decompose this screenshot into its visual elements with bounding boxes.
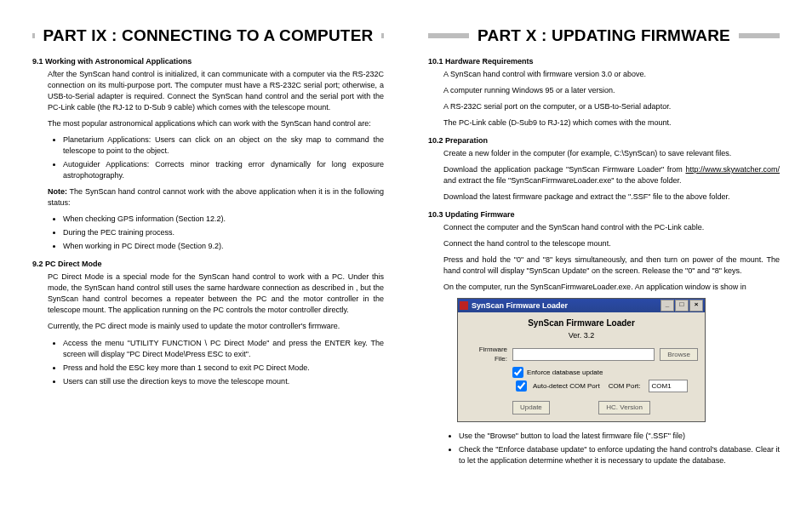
header-bar-right bbox=[739, 33, 780, 38]
note-text: The SynScan hand control cannot work wit… bbox=[48, 187, 384, 207]
s103-l3: Press and hold the "0" and "8" keys simu… bbox=[443, 254, 780, 277]
maximize-button[interactable]: □ bbox=[675, 300, 689, 312]
close-button[interactable]: × bbox=[689, 300, 703, 312]
left-column: PART IX : CONNECTING TO A COMPUTER 9.1 W… bbox=[32, 24, 384, 472]
section-9-2-list: Access the menu "UTILITY FUNCTION \ PC D… bbox=[48, 338, 384, 387]
list-item: Use the "Browse" button to load the late… bbox=[459, 431, 780, 442]
section-10-3-bullets: Use the "Browse" button to load the late… bbox=[443, 431, 780, 466]
s102-l3: Download the latest firmware package and… bbox=[443, 192, 780, 203]
firmware-file-input[interactable] bbox=[512, 348, 655, 361]
autodetect-com-label: Auto-detect COM Port bbox=[533, 381, 600, 392]
list-item: When working in PC Direct mode (Section … bbox=[63, 241, 384, 252]
section-10-3-head: 10.3 Updating Firmware bbox=[428, 209, 780, 220]
s101-l4: The PC-Link cable (D-Sub9 to RJ-12) whic… bbox=[443, 117, 780, 129]
list-item: Press and hold the ESC key more than 1 s… bbox=[63, 363, 384, 374]
firmware-loader-window: SynScan Firmware Loader _ □ × SynScan Fi… bbox=[457, 298, 706, 421]
firmware-file-label: Firmware File: bbox=[465, 345, 507, 364]
autodetect-com-checkbox[interactable] bbox=[516, 380, 527, 392]
header-bar-left bbox=[32, 33, 35, 38]
s102-l1: Create a new folder in the computer (for… bbox=[443, 148, 780, 159]
app-logo-icon bbox=[460, 301, 468, 310]
s101-l2: A computer running Windows 95 or a later… bbox=[443, 85, 780, 96]
enforce-db-label: Enforce database update bbox=[527, 368, 603, 378]
section-10-2-head: 10.2 Preparation bbox=[428, 135, 780, 146]
list-item: Autoguider Applications: Corrects minor … bbox=[63, 159, 384, 181]
right-column: PART X : UPDATING FIRMWARE 10.1 Hardware… bbox=[428, 24, 780, 472]
section-9-2-p1: PC Direct Mode is a special mode for the… bbox=[48, 272, 384, 316]
list-item: During the PEC training process. bbox=[63, 227, 384, 238]
app-title: SynScan Firmware Loader bbox=[465, 317, 698, 330]
s102-l2: Download the application package "SynSca… bbox=[443, 164, 780, 186]
header-bar-left bbox=[428, 33, 469, 38]
list-item: When checking GPS information (Section 1… bbox=[63, 214, 384, 225]
section-9-1-note-list: When checking GPS information (Section 1… bbox=[48, 214, 384, 252]
section-10-1-head: 10.1 Hardware Requirements bbox=[428, 56, 780, 67]
s101-l1: A SynScan hand control with firmware ver… bbox=[443, 69, 780, 80]
app-version: Ver. 3.2 bbox=[465, 330, 698, 341]
section-9-1-p1: After the SynScan hand control is initia… bbox=[48, 69, 384, 113]
s103-l2: Connect the hand control to the telescop… bbox=[443, 238, 780, 249]
part-x-header: PART X : UPDATING FIRMWARE bbox=[428, 24, 780, 48]
section-9-1-p2: The most popular astronomical applicatio… bbox=[48, 118, 384, 129]
section-9-1-note: Note: The SynScan hand control cannot wo… bbox=[48, 186, 384, 209]
header-bar-right bbox=[381, 33, 384, 38]
part-x-title: PART X : UPDATING FIRMWARE bbox=[477, 24, 730, 48]
section-9-2-p2: Currently, the PC direct mode is mainly … bbox=[48, 321, 384, 332]
section-9-2-head: 9.2 PC Direct Mode bbox=[32, 259, 384, 270]
part-ix-header: PART IX : CONNECTING TO A COMPUTER bbox=[32, 24, 384, 48]
update-button[interactable]: Update bbox=[512, 401, 550, 415]
s103-l1: Connect the computer and the SynScan han… bbox=[443, 222, 780, 233]
list-item: Planetarium Applications: Users can clic… bbox=[63, 134, 384, 157]
s101-l3: A RS-232C serial port on the computer, o… bbox=[443, 101, 780, 112]
window-titlebar: SynScan Firmware Loader _ □ × bbox=[458, 299, 705, 312]
list-item: Check the "Enforce database update" to e… bbox=[459, 444, 780, 466]
com-port-input[interactable] bbox=[649, 380, 688, 392]
list-item: Users can still use the direction keys t… bbox=[63, 376, 384, 387]
enforce-db-checkbox[interactable] bbox=[512, 367, 523, 378]
note-label: Note: bbox=[48, 187, 67, 196]
hc-version-button[interactable]: HC. Version bbox=[598, 401, 650, 415]
window-title: SynScan Firmware Loader bbox=[472, 300, 568, 312]
section-9-1-head: 9.1 Working with Astronomical Applicatio… bbox=[32, 56, 384, 67]
browse-button[interactable]: Browse bbox=[660, 348, 698, 362]
com-port-label: COM Port: bbox=[609, 381, 641, 392]
section-9-1-list: Planetarium Applications: Users can clic… bbox=[48, 134, 384, 181]
s103-l4: On the computer, run the SynScanFirmware… bbox=[443, 282, 780, 293]
minimize-button[interactable]: _ bbox=[660, 300, 674, 312]
part-ix-title: PART IX : CONNECTING TO A COMPUTER bbox=[43, 24, 374, 48]
list-item: Access the menu "UTILITY FUNCTION \ PC D… bbox=[63, 338, 384, 360]
